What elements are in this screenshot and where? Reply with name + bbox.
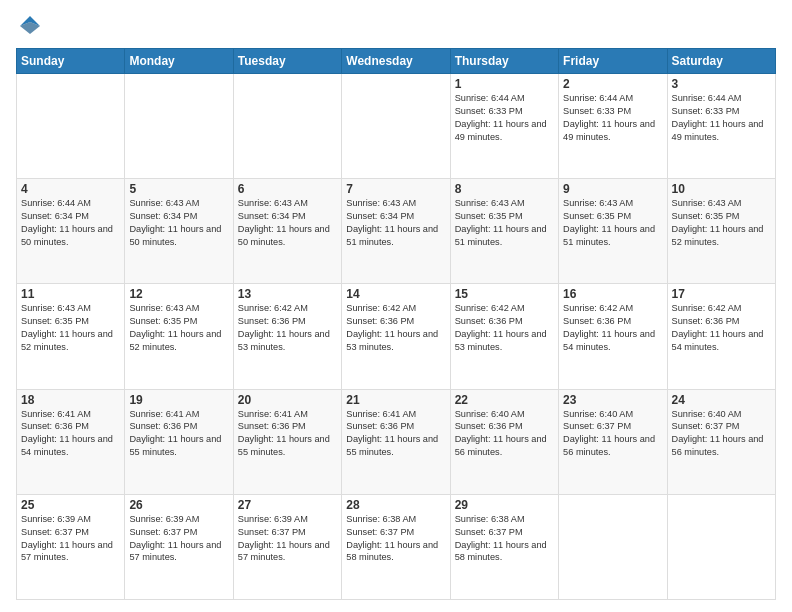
day-info: Sunrise: 6:39 AM Sunset: 6:37 PM Dayligh…	[21, 513, 120, 565]
day-number: 6	[238, 182, 337, 196]
day-info: Sunrise: 6:39 AM Sunset: 6:37 PM Dayligh…	[129, 513, 228, 565]
day-number: 11	[21, 287, 120, 301]
day-info: Sunrise: 6:43 AM Sunset: 6:35 PM Dayligh…	[672, 197, 771, 249]
calendar-day-cell: 3Sunrise: 6:44 AM Sunset: 6:33 PM Daylig…	[667, 74, 775, 179]
day-info: Sunrise: 6:44 AM Sunset: 6:33 PM Dayligh…	[672, 92, 771, 144]
calendar-week-row: 11Sunrise: 6:43 AM Sunset: 6:35 PM Dayli…	[17, 284, 776, 389]
calendar-day-cell: 13Sunrise: 6:42 AM Sunset: 6:36 PM Dayli…	[233, 284, 341, 389]
calendar-header-cell: Thursday	[450, 49, 558, 74]
day-info: Sunrise: 6:42 AM Sunset: 6:36 PM Dayligh…	[455, 302, 554, 354]
calendar-header-cell: Tuesday	[233, 49, 341, 74]
day-number: 25	[21, 498, 120, 512]
calendar-day-cell: 5Sunrise: 6:43 AM Sunset: 6:34 PM Daylig…	[125, 179, 233, 284]
calendar-day-cell: 11Sunrise: 6:43 AM Sunset: 6:35 PM Dayli…	[17, 284, 125, 389]
day-info: Sunrise: 6:38 AM Sunset: 6:37 PM Dayligh…	[346, 513, 445, 565]
calendar-day-cell: 18Sunrise: 6:41 AM Sunset: 6:36 PM Dayli…	[17, 389, 125, 494]
calendar-day-cell: 14Sunrise: 6:42 AM Sunset: 6:36 PM Dayli…	[342, 284, 450, 389]
day-info: Sunrise: 6:43 AM Sunset: 6:34 PM Dayligh…	[129, 197, 228, 249]
day-number: 16	[563, 287, 662, 301]
calendar-day-cell	[667, 494, 775, 599]
day-info: Sunrise: 6:43 AM Sunset: 6:34 PM Dayligh…	[238, 197, 337, 249]
calendar-day-cell: 9Sunrise: 6:43 AM Sunset: 6:35 PM Daylig…	[559, 179, 667, 284]
calendar-day-cell: 20Sunrise: 6:41 AM Sunset: 6:36 PM Dayli…	[233, 389, 341, 494]
day-info: Sunrise: 6:42 AM Sunset: 6:36 PM Dayligh…	[672, 302, 771, 354]
day-info: Sunrise: 6:40 AM Sunset: 6:37 PM Dayligh…	[563, 408, 662, 460]
calendar-day-cell	[125, 74, 233, 179]
calendar-table: SundayMondayTuesdayWednesdayThursdayFrid…	[16, 48, 776, 600]
day-number: 7	[346, 182, 445, 196]
calendar-day-cell	[559, 494, 667, 599]
day-info: Sunrise: 6:43 AM Sunset: 6:34 PM Dayligh…	[346, 197, 445, 249]
day-number: 1	[455, 77, 554, 91]
calendar-day-cell: 12Sunrise: 6:43 AM Sunset: 6:35 PM Dayli…	[125, 284, 233, 389]
day-info: Sunrise: 6:40 AM Sunset: 6:37 PM Dayligh…	[672, 408, 771, 460]
day-number: 22	[455, 393, 554, 407]
day-info: Sunrise: 6:41 AM Sunset: 6:36 PM Dayligh…	[346, 408, 445, 460]
day-number: 21	[346, 393, 445, 407]
day-info: Sunrise: 6:44 AM Sunset: 6:34 PM Dayligh…	[21, 197, 120, 249]
calendar-day-cell: 4Sunrise: 6:44 AM Sunset: 6:34 PM Daylig…	[17, 179, 125, 284]
calendar-day-cell: 22Sunrise: 6:40 AM Sunset: 6:36 PM Dayli…	[450, 389, 558, 494]
day-info: Sunrise: 6:43 AM Sunset: 6:35 PM Dayligh…	[563, 197, 662, 249]
calendar-day-cell	[342, 74, 450, 179]
day-info: Sunrise: 6:42 AM Sunset: 6:36 PM Dayligh…	[563, 302, 662, 354]
calendar-day-cell: 17Sunrise: 6:42 AM Sunset: 6:36 PM Dayli…	[667, 284, 775, 389]
calendar-day-cell	[17, 74, 125, 179]
calendar-day-cell: 6Sunrise: 6:43 AM Sunset: 6:34 PM Daylig…	[233, 179, 341, 284]
calendar-day-cell: 2Sunrise: 6:44 AM Sunset: 6:33 PM Daylig…	[559, 74, 667, 179]
calendar-day-cell: 24Sunrise: 6:40 AM Sunset: 6:37 PM Dayli…	[667, 389, 775, 494]
calendar-day-cell	[233, 74, 341, 179]
calendar-header-cell: Sunday	[17, 49, 125, 74]
calendar-day-cell: 21Sunrise: 6:41 AM Sunset: 6:36 PM Dayli…	[342, 389, 450, 494]
day-number: 20	[238, 393, 337, 407]
calendar-header-cell: Saturday	[667, 49, 775, 74]
day-info: Sunrise: 6:41 AM Sunset: 6:36 PM Dayligh…	[238, 408, 337, 460]
day-info: Sunrise: 6:43 AM Sunset: 6:35 PM Dayligh…	[129, 302, 228, 354]
day-info: Sunrise: 6:44 AM Sunset: 6:33 PM Dayligh…	[455, 92, 554, 144]
day-number: 13	[238, 287, 337, 301]
calendar-day-cell: 10Sunrise: 6:43 AM Sunset: 6:35 PM Dayli…	[667, 179, 775, 284]
calendar-day-cell: 23Sunrise: 6:40 AM Sunset: 6:37 PM Dayli…	[559, 389, 667, 494]
calendar-day-cell: 1Sunrise: 6:44 AM Sunset: 6:33 PM Daylig…	[450, 74, 558, 179]
day-info: Sunrise: 6:43 AM Sunset: 6:35 PM Dayligh…	[21, 302, 120, 354]
day-number: 17	[672, 287, 771, 301]
calendar-week-row: 4Sunrise: 6:44 AM Sunset: 6:34 PM Daylig…	[17, 179, 776, 284]
calendar-day-cell: 27Sunrise: 6:39 AM Sunset: 6:37 PM Dayli…	[233, 494, 341, 599]
calendar-week-row: 18Sunrise: 6:41 AM Sunset: 6:36 PM Dayli…	[17, 389, 776, 494]
day-number: 29	[455, 498, 554, 512]
logo	[16, 12, 48, 40]
calendar-header: SundayMondayTuesdayWednesdayThursdayFrid…	[17, 49, 776, 74]
day-info: Sunrise: 6:41 AM Sunset: 6:36 PM Dayligh…	[129, 408, 228, 460]
day-info: Sunrise: 6:43 AM Sunset: 6:35 PM Dayligh…	[455, 197, 554, 249]
calendar-week-row: 25Sunrise: 6:39 AM Sunset: 6:37 PM Dayli…	[17, 494, 776, 599]
day-number: 10	[672, 182, 771, 196]
day-number: 8	[455, 182, 554, 196]
calendar-header-cell: Monday	[125, 49, 233, 74]
day-number: 18	[21, 393, 120, 407]
day-number: 23	[563, 393, 662, 407]
day-number: 5	[129, 182, 228, 196]
calendar-day-cell: 16Sunrise: 6:42 AM Sunset: 6:36 PM Dayli…	[559, 284, 667, 389]
day-info: Sunrise: 6:42 AM Sunset: 6:36 PM Dayligh…	[238, 302, 337, 354]
day-info: Sunrise: 6:38 AM Sunset: 6:37 PM Dayligh…	[455, 513, 554, 565]
day-info: Sunrise: 6:41 AM Sunset: 6:36 PM Dayligh…	[21, 408, 120, 460]
header	[16, 12, 776, 40]
day-number: 24	[672, 393, 771, 407]
calendar-week-row: 1Sunrise: 6:44 AM Sunset: 6:33 PM Daylig…	[17, 74, 776, 179]
day-info: Sunrise: 6:40 AM Sunset: 6:36 PM Dayligh…	[455, 408, 554, 460]
day-number: 3	[672, 77, 771, 91]
logo-icon	[16, 12, 44, 40]
day-number: 28	[346, 498, 445, 512]
day-number: 15	[455, 287, 554, 301]
day-info: Sunrise: 6:44 AM Sunset: 6:33 PM Dayligh…	[563, 92, 662, 144]
day-number: 2	[563, 77, 662, 91]
day-number: 12	[129, 287, 228, 301]
calendar-day-cell: 28Sunrise: 6:38 AM Sunset: 6:37 PM Dayli…	[342, 494, 450, 599]
day-number: 19	[129, 393, 228, 407]
calendar-day-cell: 15Sunrise: 6:42 AM Sunset: 6:36 PM Dayli…	[450, 284, 558, 389]
day-number: 9	[563, 182, 662, 196]
calendar-day-cell: 19Sunrise: 6:41 AM Sunset: 6:36 PM Dayli…	[125, 389, 233, 494]
calendar-header-cell: Wednesday	[342, 49, 450, 74]
calendar-day-cell: 8Sunrise: 6:43 AM Sunset: 6:35 PM Daylig…	[450, 179, 558, 284]
day-info: Sunrise: 6:39 AM Sunset: 6:37 PM Dayligh…	[238, 513, 337, 565]
